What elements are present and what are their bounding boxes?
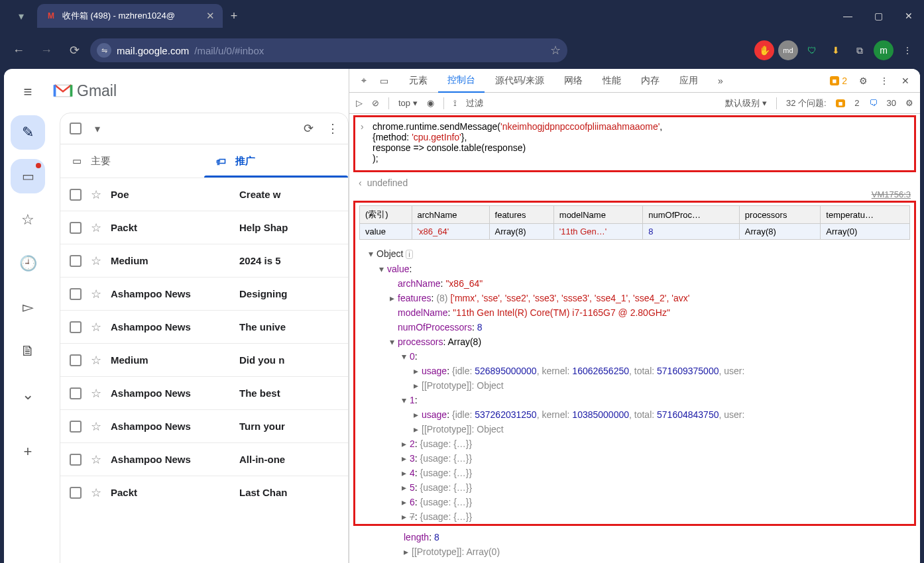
tab-memory[interactable]: 内存 bbox=[632, 69, 669, 93]
row-checkbox[interactable] bbox=[70, 354, 82, 366]
vm-source-link[interactable]: VM1756:3 bbox=[349, 189, 920, 199]
menu-icon[interactable]: ≡ bbox=[14, 78, 42, 106]
row-star-icon[interactable]: ☆ bbox=[91, 254, 101, 268]
rail-inbox-icon[interactable]: ▭ bbox=[11, 159, 45, 193]
issues-counter[interactable]: ■ 2 bbox=[826, 76, 851, 86]
row-checkbox[interactable] bbox=[70, 222, 82, 234]
row-checkbox[interactable] bbox=[70, 288, 82, 300]
nav-forward-icon[interactable]: → bbox=[34, 38, 58, 62]
mail-row[interactable]: ☆Ashampoo NewsAll-in-one bbox=[60, 442, 348, 476]
tab-primary[interactable]: ▭ 主要 bbox=[60, 144, 204, 178]
tab-promotions[interactable]: 🏷 推广 bbox=[204, 144, 348, 178]
nav-reload-icon[interactable]: ⟳ bbox=[62, 38, 86, 62]
th-features[interactable]: features bbox=[489, 206, 553, 224]
mail-row[interactable]: ☆Ashampoo NewsDesigning bbox=[60, 277, 348, 310]
inspect-element-icon[interactable]: ⌖ bbox=[355, 72, 373, 90]
browser-menu-icon[interactable]: ⋮ bbox=[897, 40, 917, 60]
rail-starred-icon[interactable]: ☆ bbox=[11, 203, 45, 237]
row-star-icon[interactable]: ☆ bbox=[91, 187, 101, 202]
row-checkbox[interactable] bbox=[70, 321, 82, 333]
warn-badge[interactable]: ■ bbox=[836, 99, 846, 107]
mail-row[interactable]: ☆PacktHelp Shap bbox=[60, 211, 348, 244]
select-dropdown-icon[interactable]: ▾ bbox=[95, 123, 100, 135]
th-processors[interactable]: processors bbox=[739, 206, 821, 224]
execute-icon[interactable]: ▷ bbox=[356, 98, 363, 108]
rail-snoozed-icon[interactable]: 🕘 bbox=[11, 246, 45, 281]
more-actions-icon[interactable]: ⋮ bbox=[327, 121, 339, 136]
extensions-icon[interactable]: ⧉ bbox=[850, 40, 870, 60]
console-body[interactable]: chrome.runtime.sendMessage('nkeimhogjdpn… bbox=[349, 114, 920, 563]
console-code-input[interactable]: chrome.runtime.sendMessage('nkeimhogjdpn… bbox=[355, 117, 914, 170]
tab-close-icon[interactable]: ✕ bbox=[206, 10, 215, 22]
ext-shield-icon[interactable]: 🛡 bbox=[802, 40, 822, 60]
mail-row[interactable]: ☆MediumDid you n bbox=[60, 343, 348, 376]
table-row[interactable]: value 'x86_64' Array(8) '11th Gen…' 8 Ar… bbox=[360, 224, 910, 240]
row-star-icon[interactable]: ☆ bbox=[91, 287, 101, 301]
device-toolbar-icon[interactable]: ▭ bbox=[375, 72, 393, 90]
ext-idm-icon[interactable]: ⬇ bbox=[826, 40, 846, 60]
nav-back-icon[interactable]: ← bbox=[7, 38, 30, 62]
object-tree-overflow[interactable]: length: 8 ▸[[Prototype]]: Array(0) bbox=[349, 530, 920, 559]
row-checkbox[interactable] bbox=[70, 454, 82, 466]
log-level-selector[interactable]: 默认级别 ▾ bbox=[725, 97, 767, 109]
rail-new-label-icon[interactable]: + bbox=[11, 435, 45, 469]
tab-network[interactable]: 网络 bbox=[555, 69, 592, 93]
ext-ublock-icon[interactable]: ✋ bbox=[754, 40, 774, 60]
ext-md-icon[interactable]: md bbox=[778, 40, 798, 60]
row-checkbox[interactable] bbox=[70, 487, 82, 499]
row-star-icon[interactable]: ☆ bbox=[91, 320, 101, 334]
row-star-icon[interactable]: ☆ bbox=[91, 221, 101, 235]
th-archname[interactable]: archName bbox=[412, 206, 489, 224]
mail-row[interactable]: ☆Ashampoo NewsTurn your bbox=[60, 409, 348, 442]
mail-row[interactable]: ☆PoeCreate w bbox=[60, 178, 348, 211]
settings-gear-icon[interactable]: ⚙ bbox=[854, 72, 872, 90]
tabstrip-dropdown-icon[interactable]: ▾ bbox=[5, 3, 37, 29]
window-maximize-icon[interactable]: ▢ bbox=[863, 3, 894, 29]
row-star-icon[interactable]: ☆ bbox=[91, 386, 101, 401]
bookmark-star-icon[interactable]: ☆ bbox=[550, 43, 561, 58]
rail-drafts-icon[interactable]: 🗎 bbox=[11, 334, 45, 368]
new-tab-button[interactable]: + bbox=[223, 5, 245, 27]
tab-console[interactable]: 控制台 bbox=[438, 69, 485, 93]
info-badge[interactable]: 🗨 bbox=[869, 98, 878, 108]
live-expression-eye-icon[interactable]: ◉ bbox=[427, 98, 434, 108]
mail-row[interactable]: ☆Ashampoo NewsThe best bbox=[60, 376, 348, 409]
row-star-icon[interactable]: ☆ bbox=[91, 353, 101, 368]
th-numproc[interactable]: numOfProc… bbox=[643, 206, 740, 224]
address-bar[interactable]: ⇋ mail.google.com /mail/u/0/#inbox ☆ bbox=[90, 38, 567, 62]
row-star-icon[interactable]: ☆ bbox=[91, 419, 101, 434]
tab-application[interactable]: 应用 bbox=[670, 69, 707, 93]
row-checkbox[interactable] bbox=[70, 189, 82, 201]
th-temperature[interactable]: temperatu… bbox=[821, 206, 910, 224]
devtools-close-icon[interactable]: ✕ bbox=[896, 72, 915, 90]
compose-button[interactable]: ✎ bbox=[11, 115, 45, 150]
object-tree[interactable]: ▾Object i ▾value: archName: "x86_64" ▸fe… bbox=[355, 244, 914, 524]
row-checkbox[interactable] bbox=[70, 387, 82, 399]
row-checkbox[interactable] bbox=[70, 255, 82, 267]
th-modelname[interactable]: modelName bbox=[553, 206, 642, 224]
rail-sent-icon[interactable]: ▻ bbox=[11, 290, 45, 325]
devtools-menu-icon[interactable]: ⋮ bbox=[875, 72, 894, 90]
tabs-more-icon[interactable]: » bbox=[709, 69, 732, 93]
tab-performance[interactable]: 性能 bbox=[593, 69, 630, 93]
site-info-icon[interactable]: ⇋ bbox=[97, 43, 111, 58]
row-star-icon[interactable]: ☆ bbox=[91, 486, 101, 500]
row-star-icon[interactable]: ☆ bbox=[91, 452, 101, 467]
gmail-logo[interactable]: Gmail bbox=[53, 82, 117, 100]
context-selector[interactable]: top ▾ bbox=[398, 98, 418, 108]
mail-row[interactable]: ☆PacktLast Chan bbox=[60, 476, 348, 509]
rail-more-icon[interactable]: ⌄ bbox=[11, 378, 45, 412]
console-settings-gear-icon[interactable]: ⚙ bbox=[905, 98, 913, 108]
window-close-icon[interactable]: ✕ bbox=[894, 3, 924, 29]
select-all-checkbox[interactable] bbox=[70, 123, 82, 134]
tab-elements[interactable]: 元素 bbox=[400, 69, 437, 93]
browser-tab[interactable]: M 收件箱 (498) - mzhren1024@ ✕ bbox=[37, 4, 223, 28]
refresh-icon[interactable]: ⟳ bbox=[304, 121, 314, 136]
tab-sources[interactable]: 源代码/来源 bbox=[486, 69, 553, 93]
mail-row[interactable]: ☆Ashampoo NewsThe unive bbox=[60, 310, 348, 343]
filter-input[interactable]: 过滤 bbox=[466, 97, 717, 109]
clear-console-icon[interactable]: ⊘ bbox=[372, 98, 379, 108]
row-checkbox[interactable] bbox=[70, 421, 82, 433]
th-index[interactable]: (索引) bbox=[360, 206, 412, 224]
profile-avatar-icon[interactable]: m bbox=[874, 40, 894, 60]
